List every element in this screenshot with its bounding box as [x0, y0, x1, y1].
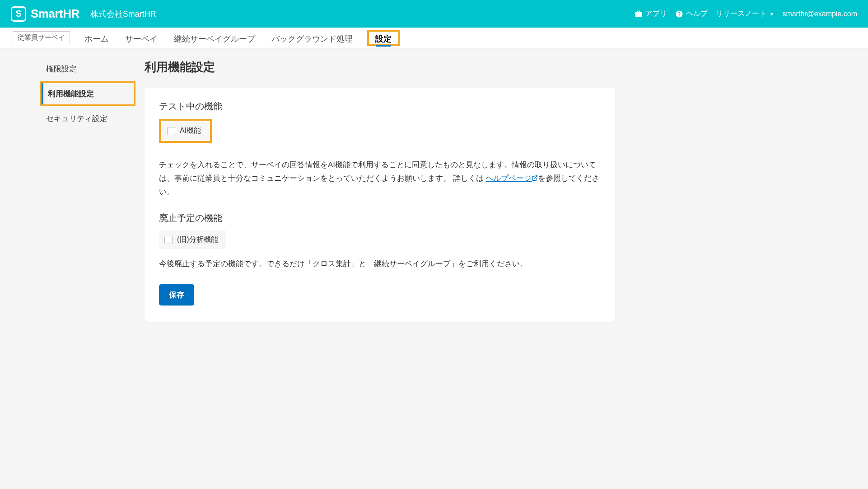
help-link[interactable]: ? ヘルプ: [675, 9, 708, 19]
deprecated-description: 今後廃止する予定の機能です。できるだけ「クロス集計」と「継続サーベイグループ」を…: [159, 257, 601, 271]
tab-bar: 従業員サーベイ ホーム サーベイ 継続サーベイグループ バックグラウンド処理 設…: [0, 28, 868, 48]
company-name: 株式会社SmartHR: [90, 9, 156, 19]
svg-text:?: ?: [678, 11, 681, 16]
checkbox-legacy-analysis-label: (旧)分析機能: [177, 235, 218, 244]
apps-link[interactable]: アプリ: [635, 9, 667, 19]
brand-name: SmartHR: [31, 7, 79, 21]
tab-home[interactable]: ホーム: [83, 29, 111, 47]
header-right: アプリ ? ヘルプ リリースノート ▼ smarthr@example.com: [635, 9, 857, 19]
sidebar-item-feature-settings[interactable]: 利用機能設定: [42, 83, 134, 104]
checkbox-ai-feature[interactable]: AI機能: [162, 122, 209, 140]
checkbox-legacy-analysis[interactable]: (旧)分析機能: [159, 230, 226, 249]
tab-settings[interactable]: 設定: [373, 30, 393, 46]
save-button[interactable]: 保存: [159, 284, 194, 306]
checkbox-ai-feature-input[interactable]: [167, 127, 175, 135]
page-title: 利用機能設定: [145, 59, 615, 75]
brand-logo[interactable]: S SmartHR: [11, 6, 79, 22]
help-page-link[interactable]: ヘルプページ: [485, 174, 538, 183]
highlight-tab-settings: 設定: [367, 30, 400, 46]
external-link-icon: [532, 175, 538, 181]
section-title-deprecated: 廃止予定の機能: [159, 212, 601, 224]
app-badge: 従業員サーベイ: [13, 31, 70, 44]
help-label: ヘルプ: [686, 9, 708, 19]
sidebar-item-permission-settings[interactable]: 権限設定: [40, 58, 135, 80]
page-body: 権限設定 利用機能設定 セキュリティ設定 利用機能設定 テスト中の機能 AI機能…: [0, 48, 650, 349]
settings-card: テスト中の機能 AI機能 チェックを入れることで、サーベイの回答情報をAI機能で…: [145, 88, 615, 322]
help-icon: ?: [675, 10, 683, 18]
logo-mark-icon: S: [11, 6, 26, 22]
help-page-link-text: ヘルプページ: [485, 174, 532, 183]
tab-continuous-survey-group[interactable]: 継続サーベイグループ: [172, 29, 257, 47]
global-header: S SmartHR 株式会社SmartHR アプリ ? ヘルプ リリースノート …: [0, 0, 868, 28]
release-notes-link[interactable]: リリースノート ▼: [716, 9, 774, 19]
release-notes-label: リリースノート: [716, 9, 766, 19]
highlight-sidebar-feature-settings: 利用機能設定: [40, 81, 135, 106]
main-content: 利用機能設定 テスト中の機能 AI機能 チェックを入れることで、サーベイの回答情…: [145, 58, 650, 322]
highlight-ai-checkbox: AI機能: [159, 119, 212, 143]
tab-background-processing[interactable]: バックグラウンド処理: [270, 29, 355, 47]
tab-survey[interactable]: サーベイ: [123, 29, 159, 47]
user-email-link[interactable]: smarthr@example.com: [782, 10, 857, 18]
apps-label: アプリ: [645, 9, 667, 19]
sidebar-item-security-settings[interactable]: セキュリティ設定: [40, 108, 135, 129]
chevron-down-icon: ▼: [769, 11, 774, 17]
checkbox-legacy-analysis-input[interactable]: [164, 236, 173, 244]
section-title-testing: テスト中の機能: [159, 100, 601, 113]
testing-description: チェックを入れることで、サーベイの回答情報をAI機能で利用することに同意したもの…: [159, 158, 601, 198]
briefcase-icon: [635, 10, 643, 18]
settings-sidebar: 権限設定 利用機能設定 セキュリティ設定: [0, 58, 145, 322]
checkbox-ai-feature-label: AI機能: [180, 126, 201, 136]
